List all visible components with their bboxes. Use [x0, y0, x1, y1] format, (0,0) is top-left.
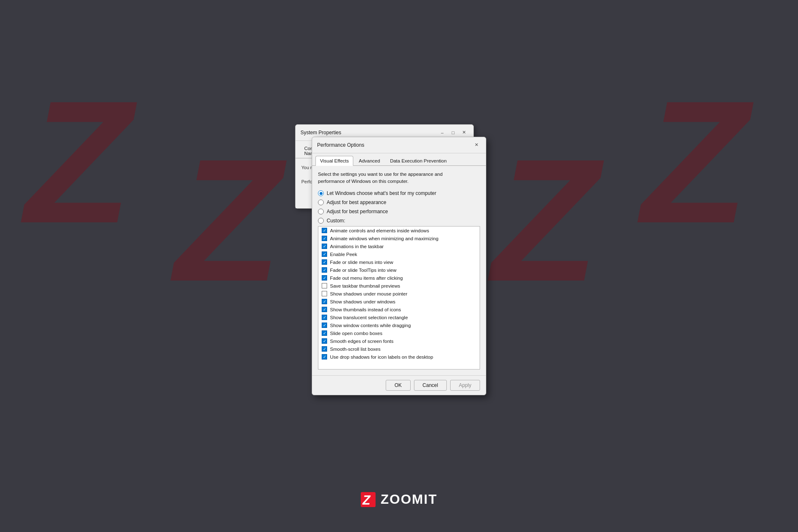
perf-body: Select the settings you want to use for … [312, 166, 486, 375]
zoomit-text-label: ZOOMIT [381, 492, 437, 507]
checkbox-label-0: Animate controls and elements inside win… [330, 228, 429, 233]
checkbox-label-3: Enable Peek [330, 252, 357, 257]
checkbox-16 [322, 354, 327, 360]
checkbox-1 [322, 236, 327, 241]
checkbox-label-12: Show window contents while dragging [330, 323, 411, 328]
radio-btn-custom [318, 218, 324, 224]
checkbox-3 [322, 251, 327, 257]
checkbox-12 [322, 323, 327, 328]
system-props-title: System Properties [300, 130, 341, 135]
checkbox-14 [322, 338, 327, 344]
checkbox-9 [322, 299, 327, 304]
checkbox-4 [322, 259, 327, 265]
checkbox-item-8[interactable]: Show shadows under mouse pointer [318, 290, 480, 298]
bg-z-left-bottom: Z [175, 133, 281, 308]
perf-options-controls: ✕ [472, 140, 481, 150]
checkbox-label-8: Show shadows under mouse pointer [330, 291, 407, 296]
checkbox-13 [322, 330, 327, 336]
checkbox-item-1[interactable]: Animate windows when minimizing and maxi… [318, 234, 480, 242]
checkbox-label-14: Smooth edges of screen fonts [330, 339, 394, 344]
bg-z-left-top: Z [25, 75, 132, 249]
checkbox-15 [322, 346, 327, 352]
radio-btn-appearance [318, 200, 324, 205]
checkbox-item-5[interactable]: Fade or slide ToolTips into view [318, 266, 480, 274]
checkbox-item-13[interactable]: Slide open combo boxes [318, 329, 480, 337]
radio-label-custom: Custom: [327, 218, 345, 224]
radio-best-performance[interactable]: Adjust for best performance [318, 209, 480, 214]
apply-button[interactable]: Apply [450, 380, 480, 391]
checkbox-item-12[interactable]: Show window contents while dragging [318, 321, 480, 329]
checkbox-label-2: Animations in the taskbar [330, 244, 384, 249]
minimize-button[interactable]: – [438, 128, 447, 137]
radio-label-appearance: Adjust for best appearance [327, 200, 386, 205]
cancel-button[interactable]: Cancel [414, 380, 447, 391]
checkbox-label-5: Fade or slide ToolTips into view [330, 268, 397, 273]
bg-z-right-top: Z [641, 75, 748, 249]
checkbox-5 [322, 267, 327, 273]
perf-tabs-bar: Visual Effects Advanced Data Execution P… [312, 153, 486, 166]
checkbox-item-0[interactable]: Animate controls and elements inside win… [318, 227, 480, 234]
tab-perf-advanced[interactable]: Advanced [354, 156, 384, 165]
main-content: System Properties – □ ✕ Computer Name Ha… [312, 137, 486, 395]
system-props-controls: – □ ✕ [438, 128, 468, 137]
checkbox-label-9: Show shadows under windows [330, 299, 395, 304]
checkbox-label-13: Slide open combo boxes [330, 331, 382, 336]
zoomit-branding: Z ZOOMIT [361, 492, 437, 507]
checkbox-label-6: Fade out menu items after clicking [330, 276, 403, 281]
checkbox-label-11: Show translucent selection rectangle [330, 315, 408, 320]
checkbox-2 [322, 244, 327, 249]
checkbox-item-3[interactable]: Enable Peek [318, 250, 480, 258]
radio-custom[interactable]: Custom: [318, 218, 480, 224]
checkbox-8 [322, 291, 327, 296]
perf-options-title: Performance Options [317, 142, 364, 148]
checkbox-label-4: Fade or slide menus into view [330, 260, 393, 265]
perf-options-titlebar: Performance Options ✕ [312, 137, 486, 153]
radio-let-windows[interactable]: Let Windows choose what's best for my co… [318, 190, 480, 196]
zoomit-logo-icon: Z [361, 492, 376, 507]
visual-effects-list[interactable]: Animate controls and elements inside win… [318, 226, 480, 369]
checkbox-10 [322, 307, 327, 312]
checkbox-label-16: Use drop shadows for icon labels on the … [330, 355, 433, 360]
checkbox-item-7[interactable]: Save taskbar thumbnail previews [318, 282, 480, 290]
ok-button[interactable]: OK [386, 380, 410, 391]
checkbox-label-1: Animate windows when minimizing and maxi… [330, 236, 438, 241]
tab-data-execution[interactable]: Data Execution Prevention [385, 156, 451, 165]
perf-close-button[interactable]: ✕ [472, 140, 481, 150]
radio-best-appearance[interactable]: Adjust for best appearance [318, 200, 480, 205]
checkbox-label-10: Show thumbnails instead of icons [330, 307, 401, 312]
checkbox-0 [322, 228, 327, 233]
maximize-button[interactable]: □ [448, 128, 458, 137]
close-button[interactable]: ✕ [459, 128, 468, 137]
radio-label-windows: Let Windows choose what's best for my co… [327, 190, 436, 196]
checkbox-item-14[interactable]: Smooth edges of screen fonts [318, 337, 480, 345]
checkbox-item-4[interactable]: Fade or slide menus into view [318, 258, 480, 266]
checkbox-item-10[interactable]: Show thumbnails instead of icons [318, 305, 480, 313]
performance-options-dialog: Performance Options ✕ Visual Effects Adv… [312, 137, 486, 395]
checkbox-6 [322, 275, 327, 281]
perf-dialog-footer: OK Cancel Apply [312, 375, 486, 395]
svg-text:Z: Z [362, 493, 371, 507]
section-description: Select the settings you want to use for … [318, 171, 480, 185]
checkbox-item-15[interactable]: Smooth-scroll list boxes [318, 345, 480, 353]
checkbox-item-11[interactable]: Show translucent selection rectangle [318, 313, 480, 321]
checkbox-label-7: Save taskbar thumbnail previews [330, 283, 400, 288]
checkbox-item-16[interactable]: Use drop shadows for icon labels on the … [318, 353, 480, 361]
radio-label-performance: Adjust for best performance [327, 209, 388, 214]
checkbox-item-9[interactable]: Show shadows under windows [318, 298, 480, 305]
checkbox-item-2[interactable]: Animations in the taskbar [318, 242, 480, 250]
checkbox-11 [322, 315, 327, 320]
tab-visual-effects[interactable]: Visual Effects [315, 156, 353, 166]
checkbox-label-15: Smooth-scroll list boxes [330, 347, 380, 352]
checkbox-item-6[interactable]: Fade out menu items after clicking [318, 274, 480, 282]
radio-btn-performance [318, 209, 324, 214]
checkbox-7 [322, 283, 327, 288]
radio-btn-windows [318, 190, 324, 196]
bg-z-right-bottom: Z [492, 133, 598, 308]
